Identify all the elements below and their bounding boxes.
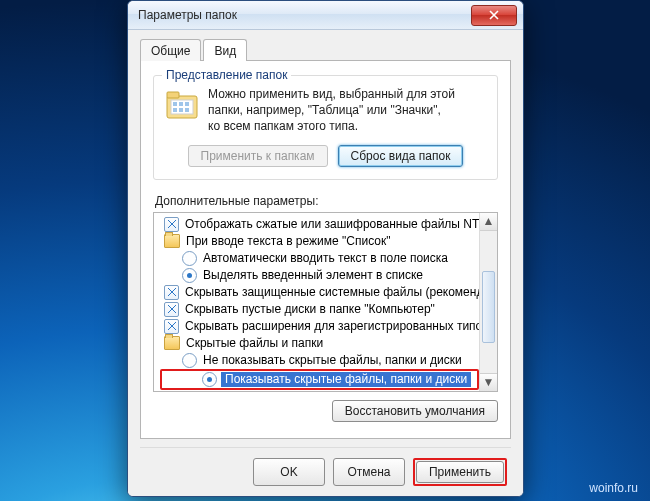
radio-icon <box>182 268 197 283</box>
opt-auto-search[interactable]: Автоматически вводить текст в поле поиск… <box>158 250 479 267</box>
checkbox-icon <box>164 319 179 334</box>
opt-show-encrypted[interactable]: Отображать сжатые или зашифрованные файл… <box>158 216 479 233</box>
scroll-thumb[interactable] <box>482 271 495 343</box>
close-icon <box>489 10 499 20</box>
folder-icon <box>164 336 180 350</box>
apply-button[interactable]: Применить <box>416 461 504 483</box>
radio-icon <box>202 372 217 387</box>
opt-hide-protected[interactable]: Скрывать защищенные системные файлы (рек… <box>158 284 479 301</box>
folder-icon <box>164 234 180 248</box>
svg-rect-1 <box>167 92 179 98</box>
svg-rect-5 <box>185 102 189 106</box>
list-content: Отображать сжатые или зашифрованные файл… <box>154 213 479 391</box>
tab-view[interactable]: Вид <box>203 39 247 61</box>
dialog-button-row: OK Отмена Применить <box>140 447 511 486</box>
opt-highlight-typed[interactable]: Выделять введенный элемент в списке <box>158 267 479 284</box>
apply-to-folders-button: Применить к папкам <box>188 145 328 167</box>
opt-dont-show-hidden[interactable]: Не показывать скрытые файлы, папки и дис… <box>158 352 479 369</box>
tab-panel-view: Представление папок Можно применить вид,… <box>140 60 511 439</box>
folder-views-icon <box>164 86 200 122</box>
client-area: Общие Вид Представление папок <box>128 30 523 496</box>
svg-rect-3 <box>173 102 177 106</box>
opt-show-hidden[interactable]: Показывать скрытые файлы, папки и диски <box>223 372 467 386</box>
titlebar[interactable]: Параметры папок <box>128 1 523 30</box>
reset-folders-button[interactable]: Сброс вида папок <box>338 145 464 167</box>
opt-hide-empty-drives[interactable]: Скрывать пустые диски в папке "Компьютер… <box>158 301 479 318</box>
tabstrip: Общие Вид <box>140 38 511 60</box>
highlight-show-hidden: Показывать скрытые файлы, папки и диски <box>160 369 479 390</box>
advanced-settings-label: Дополнительные параметры: <box>155 194 498 208</box>
scroll-down-icon[interactable]: ▼ <box>480 373 497 391</box>
cancel-button[interactable]: Отмена <box>333 458 405 486</box>
checkbox-icon <box>164 285 179 300</box>
highlight-apply: Применить <box>413 458 507 486</box>
tab-general[interactable]: Общие <box>140 39 201 61</box>
group-list-typing: При вводе текста в режиме "Список" <box>158 233 479 250</box>
restore-defaults-button[interactable]: Восстановить умолчания <box>332 400 498 422</box>
folder-options-window: Параметры папок Общие Вид Представление … <box>127 0 524 497</box>
ok-button[interactable]: OK <box>253 458 325 486</box>
desktop-background: woinfo.ru Параметры папок Общие Вид Пред… <box>0 0 650 501</box>
radio-icon <box>182 353 197 368</box>
radio-icon <box>182 251 197 266</box>
svg-rect-6 <box>173 108 177 112</box>
scroll-track[interactable] <box>480 231 497 373</box>
window-title: Параметры папок <box>138 8 471 22</box>
svg-rect-7 <box>179 108 183 112</box>
checkbox-icon <box>164 302 179 317</box>
checkbox-icon <box>164 217 179 232</box>
close-button[interactable] <box>471 5 517 26</box>
svg-rect-8 <box>185 108 189 112</box>
advanced-settings-list[interactable]: Отображать сжатые или зашифрованные файл… <box>153 212 498 392</box>
scroll-up-icon[interactable]: ▲ <box>480 213 497 231</box>
opt-hide-extensions[interactable]: Скрывать расширения для зарегистрированн… <box>158 318 479 335</box>
vertical-scrollbar[interactable]: ▲ ▼ <box>479 213 497 391</box>
folder-views-group: Представление папок Можно применить вид,… <box>153 75 498 180</box>
svg-rect-4 <box>179 102 183 106</box>
group-description: Можно применить вид, выбранный для этой … <box>208 86 455 135</box>
group-legend: Представление папок <box>162 68 291 82</box>
group-hidden-files: Скрытые файлы и папки <box>158 335 479 352</box>
watermark: woinfo.ru <box>589 481 638 495</box>
